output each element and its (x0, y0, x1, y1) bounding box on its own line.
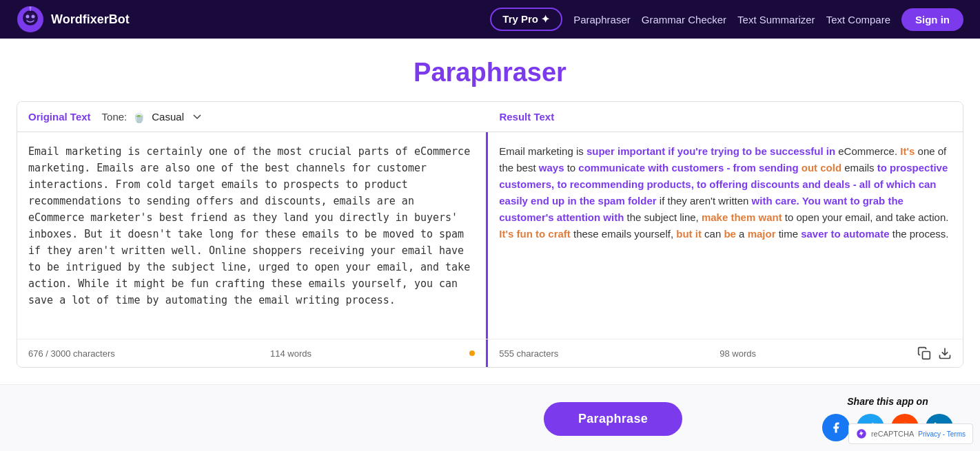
tone-select[interactable]: Casual Formal Creative (152, 111, 201, 123)
paraphrase-button[interactable]: Paraphrase (544, 402, 682, 436)
nav-grammar-checker[interactable]: Grammar Checker (642, 14, 726, 25)
left-footer: 676 / 3000 characters 114 words (17, 339, 488, 367)
original-text-label: Original Text (28, 111, 91, 123)
result-text-label: Result Text (499, 111, 554, 123)
toolbar: Original Text Tone: 🍵 Casual Formal Crea… (17, 102, 963, 132)
orange-dot (469, 350, 475, 356)
logo-text: WordfixerBot (51, 12, 130, 27)
header: WordfixerBot Try Pro ✦ Paraphraser Gramm… (0, 0, 980, 39)
word-count-left: 114 words (270, 348, 312, 359)
columns: Email marketing is certainly one of the … (17, 132, 963, 339)
download-button[interactable] (938, 346, 952, 360)
try-pro-button[interactable]: Try Pro ✦ (490, 8, 562, 31)
tone-section: Tone: 🍵 Casual Formal Creative (102, 110, 202, 123)
original-text-input[interactable]: Email marketing is certainly one of the … (17, 132, 486, 339)
result-word-count: 98 words (719, 348, 756, 359)
nav-text-summarizer[interactable]: Text Summarizer (737, 14, 815, 25)
svg-point-4 (32, 15, 35, 19)
result-text-content: Email marketing is super important if yo… (488, 132, 963, 339)
page-title-area: Paraphraser (0, 39, 980, 101)
footer-bar: 676 / 3000 characters 114 words 555 char… (17, 339, 963, 367)
page-title: Paraphraser (0, 58, 980, 87)
main-card: Original Text Tone: 🍵 Casual Formal Crea… (17, 101, 963, 368)
facebook-share-button[interactable] (822, 414, 850, 441)
tone-label: Tone: (102, 111, 127, 123)
sign-in-button[interactable]: Sign in (901, 8, 963, 31)
result-char-count: 555 characters (499, 348, 558, 359)
nav-paraphraser[interactable]: Paraphraser (573, 14, 631, 25)
svg-rect-7 (923, 352, 930, 359)
recaptcha-text: reCAPTCHA (871, 430, 914, 438)
paraphrase-btn-area: Paraphrase (414, 402, 812, 436)
bottom-area: Paraphrase Share this app on (0, 384, 980, 451)
recaptcha-links[interactable]: Privacy - Terms (918, 430, 966, 438)
svg-point-3 (26, 15, 30, 19)
svg-point-6 (30, 7, 32, 9)
left-column: Email marketing is certainly one of the … (17, 132, 488, 339)
right-footer: 555 characters 98 words (488, 339, 963, 367)
footer-icons (917, 346, 952, 360)
recaptcha-badge: reCAPTCHA Privacy - Terms (848, 423, 973, 444)
logo-area: WordfixerBot (17, 6, 130, 33)
share-label: Share this app on (847, 396, 928, 407)
nav-text-compare[interactable]: Text Compare (826, 14, 890, 25)
copy-button[interactable] (917, 346, 931, 360)
tone-emoji: 🍵 (132, 110, 146, 123)
char-count: 676 / 3000 characters (28, 348, 115, 359)
right-column: Email marketing is super important if yo… (488, 132, 963, 339)
logo-icon (17, 6, 44, 33)
